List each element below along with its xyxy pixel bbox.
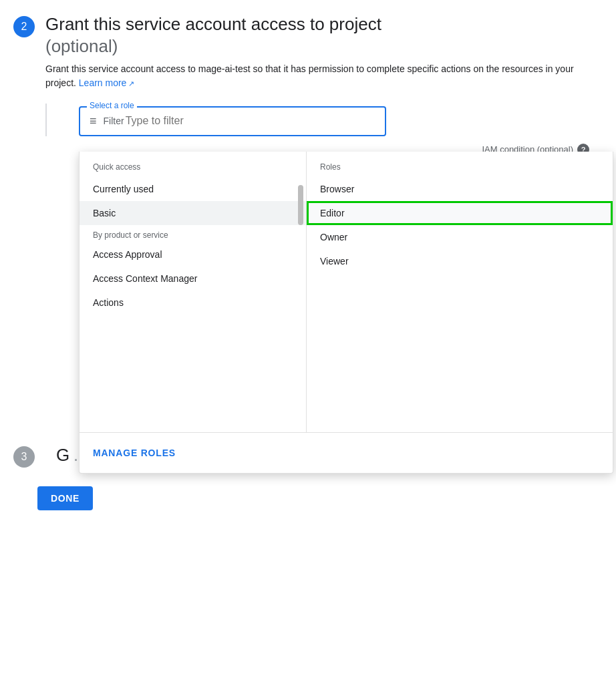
menu-columns: Quick access Currently used Basic By pro… (80, 152, 613, 432)
step3-title: G (56, 445, 69, 465)
step2-description: Grant this service account access to mag… (45, 62, 603, 90)
by-product-header: By product or service (80, 225, 306, 242)
step2-title-row: Grant this service account access to pro… (45, 13, 603, 57)
left-column: Quick access Currently used Basic By pro… (80, 152, 307, 432)
owner-item[interactable]: Owner (307, 225, 613, 249)
bottom-row: DONE (0, 476, 616, 510)
manage-roles-button[interactable]: MANAGE ROLES (93, 444, 176, 462)
step2-subtitle: (optional) (45, 36, 118, 56)
currently-used-item[interactable]: Currently used (80, 177, 306, 201)
dropdown-wrapper: Select a role ≡ Filter IAM condition (op… (79, 106, 603, 136)
viewer-item[interactable]: Viewer (307, 249, 613, 273)
actions-item[interactable]: Actions (80, 291, 306, 315)
done-button[interactable]: DONE (37, 486, 93, 510)
step3-badge: 3 (13, 446, 35, 468)
select-role-label: Select a role (87, 101, 137, 110)
basic-item[interactable]: Basic (80, 201, 306, 225)
menu-footer: MANAGE ROLES (80, 432, 613, 473)
step2-content: Grant this service account access to pro… (45, 13, 603, 90)
scroll-indicator (298, 185, 303, 225)
dropdown-menu: Quick access Currently used Basic By pro… (79, 152, 613, 474)
quick-access-header: Quick access (80, 160, 306, 177)
step2-badge: 2 (13, 16, 35, 37)
editor-item[interactable]: Editor (307, 201, 613, 225)
step2-section: 2 Grant this service account access to p… (0, 13, 616, 90)
roles-header: Roles (307, 160, 613, 177)
learn-more-link[interactable]: Learn more (79, 77, 135, 88)
filter-row: ≡ Filter (80, 108, 385, 135)
filter-label: Filter (104, 116, 124, 126)
access-approval-item[interactable]: Access Approval (80, 242, 306, 267)
role-selector-area: Select a role ≡ Filter IAM condition (op… (65, 106, 616, 136)
filter-input[interactable] (126, 115, 375, 127)
step2-title: Grant this service account access to pro… (45, 14, 381, 34)
right-column: Roles Browser Editor Owner Viewer (307, 152, 613, 432)
access-context-manager-item[interactable]: Access Context Manager (80, 267, 306, 291)
dropdown-box[interactable]: ≡ Filter (79, 106, 386, 136)
filter-icon: ≡ (90, 114, 97, 128)
page-container: 2 Grant this service account access to p… (0, 0, 616, 510)
browser-item[interactable]: Browser (307, 177, 613, 201)
